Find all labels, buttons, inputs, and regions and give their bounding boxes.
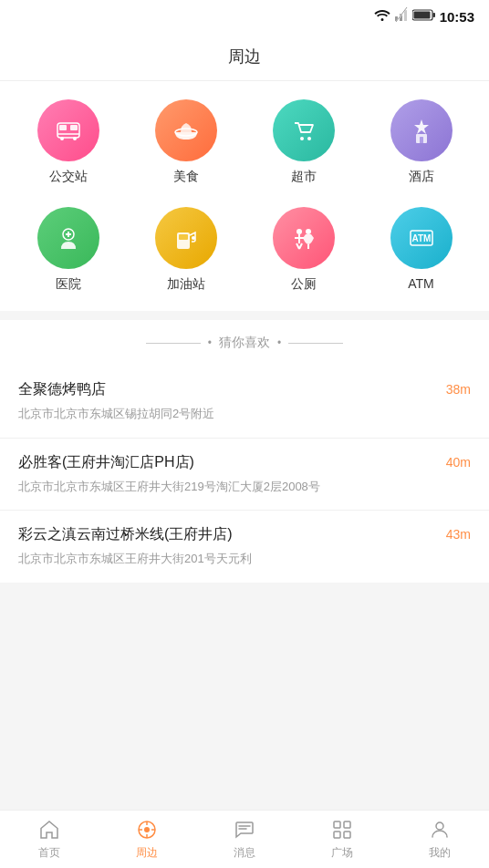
message-icon (233, 818, 256, 842)
place-distance-2: 43m (446, 525, 471, 542)
svg-point-45 (436, 822, 443, 830)
nav-square-label: 广场 (331, 845, 353, 861)
svg-point-12 (60, 137, 64, 140)
divider-line-left (146, 343, 201, 344)
svg-rect-24 (179, 234, 188, 240)
svg-rect-9 (59, 125, 67, 130)
category-hotel-icon (390, 99, 453, 161)
status-icons: 10:53 (374, 7, 474, 26)
wifi-icon (374, 8, 390, 25)
signal-slash-icon (394, 7, 409, 26)
battery-icon (412, 8, 436, 25)
category-bus-icon (37, 99, 99, 161)
nav-mine[interactable]: 我的 (391, 811, 489, 868)
svg-point-15 (300, 137, 304, 140)
nav-home[interactable]: 首页 (0, 811, 98, 868)
svg-rect-43 (334, 832, 340, 838)
category-bus-label: 公交站 (49, 169, 88, 185)
status-bar: 10:53 (0, 0, 489, 33)
page-title: 周边 (228, 47, 261, 66)
page-header: 周边 (0, 33, 489, 81)
category-atm-icon: ATM (390, 207, 453, 269)
category-hospital[interactable]: 医院 (9, 207, 127, 293)
section-divider: • 猜你喜欢 • (0, 320, 489, 366)
svg-point-16 (307, 137, 311, 140)
divider-line-right (288, 343, 343, 344)
place-content-1: 必胜客(王府井淘汇店PH店) 北京市北京市东城区王府井大街219号淘汇大厦2层2… (18, 453, 446, 496)
category-gas-label: 加油站 (167, 276, 205, 293)
mine-icon (428, 818, 452, 842)
home-icon (37, 818, 61, 842)
places-list: 全聚德烤鸭店 北京市北京市东城区锡拉胡同2号附近 38m 必胜客(王府井淘汇店P… (0, 366, 489, 583)
svg-rect-42 (344, 822, 350, 828)
place-content-0: 全聚德烤鸭店 北京市北京市东城区锡拉胡同2号附近 (18, 380, 446, 423)
svg-rect-10 (70, 125, 78, 130)
category-atm[interactable]: ATM ATM (362, 207, 480, 293)
svg-point-36 (144, 827, 150, 832)
place-name-1: 必胜客(王府井淘汇店PH店) (18, 453, 432, 472)
nav-message[interactable]: 消息 (195, 811, 293, 868)
category-food[interactable]: 美食 (127, 99, 244, 185)
category-atm-label: ATM (408, 276, 434, 291)
nav-nearby[interactable]: 周边 (98, 811, 195, 868)
status-time: 10:53 (440, 9, 474, 25)
svg-rect-19 (420, 137, 423, 143)
category-food-label: 美食 (173, 169, 199, 185)
nav-nearby-label: 周边 (136, 845, 158, 861)
category-bus[interactable]: 公交站 (9, 99, 127, 185)
category-toilet-label: 公厕 (291, 276, 317, 293)
place-addr-2: 北京市北京市东城区王府井大街201号天元利 (18, 550, 432, 568)
svg-point-26 (297, 229, 302, 234)
place-name-0: 全聚德烤鸭店 (18, 380, 432, 399)
category-gas[interactable]: 加油站 (127, 207, 244, 293)
section-title: 猜你喜欢 (219, 335, 270, 351)
square-icon (330, 818, 354, 842)
svg-marker-17 (414, 119, 429, 134)
nav-square[interactable]: 广场 (294, 811, 391, 868)
category-hotel[interactable]: 酒店 (362, 99, 480, 185)
list-item[interactable]: 必胜客(王府井淘汇店PH店) 北京市北京市东城区王府井大街219号淘汇大厦2层2… (0, 439, 489, 512)
divider-dot-left: • (208, 336, 212, 349)
svg-rect-7 (413, 12, 430, 19)
svg-rect-2 (404, 10, 407, 21)
svg-point-13 (73, 137, 77, 140)
category-toilet[interactable]: 公厕 (244, 207, 362, 293)
place-addr-1: 北京市北京市东城区王府井大街219号淘汇大厦2层2008号 (18, 478, 432, 496)
category-toilet-icon (273, 207, 335, 269)
category-gas-icon (155, 207, 217, 269)
place-distance-0: 38m (446, 380, 471, 397)
category-hospital-icon (37, 207, 99, 269)
category-hospital-label: 医院 (56, 276, 81, 293)
nearby-icon (135, 818, 159, 842)
place-name-2: 彩云之滇云南过桥米线(王府井店) (18, 525, 432, 544)
category-market-icon (273, 99, 335, 161)
category-food-icon (155, 99, 217, 161)
nav-home-label: 首页 (38, 845, 60, 861)
place-content-2: 彩云之滇云南过桥米线(王府井店) 北京市北京市东城区王府井大街201号天元利 (18, 525, 446, 568)
list-item[interactable]: 全聚德烤鸭店 北京市北京市东城区锡拉胡同2号附近 38m (0, 366, 489, 439)
bottom-nav: 首页 周边 消息 (0, 810, 489, 868)
nav-message-label: 消息 (234, 845, 255, 861)
place-addr-0: 北京市北京市东城区锡拉胡同2号附近 (18, 405, 432, 423)
svg-point-31 (306, 229, 311, 234)
place-distance-1: 40m (446, 453, 471, 470)
category-market-label: 超市 (291, 169, 317, 185)
category-market[interactable]: 超市 (244, 99, 362, 185)
svg-point-25 (192, 236, 195, 240)
nav-mine-label: 我的 (429, 845, 451, 861)
svg-rect-6 (432, 13, 435, 17)
category-hotel-label: 酒店 (409, 169, 434, 185)
svg-rect-41 (334, 822, 340, 828)
svg-text:ATM: ATM (411, 233, 431, 243)
svg-rect-44 (344, 832, 350, 838)
list-item[interactable]: 彩云之滇云南过桥米线(王府井店) 北京市北京市东城区王府井大街201号天元利 4… (0, 511, 489, 583)
categories-section: 公交站 美食 (0, 81, 489, 311)
svg-line-30 (299, 243, 302, 249)
divider-dot-right: • (277, 336, 281, 349)
categories-grid: 公交站 美食 (9, 99, 480, 293)
